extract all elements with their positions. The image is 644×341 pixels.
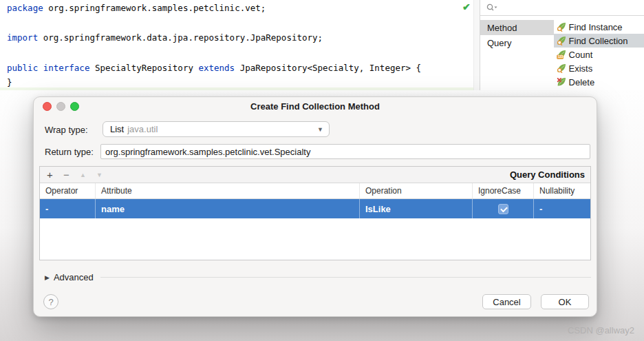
column-header-attribute[interactable]: Attribute <box>96 183 360 198</box>
wrap-type-package-hint: java.util <box>127 124 158 134</box>
return-type-label: Return type: <box>45 147 94 157</box>
wrap-type-label: Wrap type: <box>45 125 88 135</box>
generate-popup-menu: Method Query Find Instance <box>480 0 644 90</box>
code-line-package: package org.springframework.samples.petc… <box>7 3 266 13</box>
inspection-ok-icon: ✔ <box>462 1 471 12</box>
menu-item-find-instance[interactable]: Find Instance <box>554 20 644 34</box>
popup-body: Method Query Find Instance <box>480 16 644 89</box>
cancel-button[interactable]: Cancel <box>482 294 531 309</box>
code-line-interface: public interface SpecialtyRepository ext… <box>7 63 421 73</box>
menu-item-label: Exists <box>569 63 593 74</box>
popup-category-list: Method Query <box>480 20 554 89</box>
move-up-button[interactable]: ▲ <box>80 172 96 178</box>
keyword-extends: extends <box>198 63 235 73</box>
package-name: org.springframework.samples.petclinic.ve… <box>43 3 266 13</box>
menu-item-label: Delete <box>569 77 595 87</box>
wrap-type-combobox[interactable]: List java.util ▼ <box>103 121 330 137</box>
add-row-button[interactable]: + <box>47 169 63 180</box>
menu-item-exists[interactable]: Exists <box>554 61 644 75</box>
interface-name: SpecialtyRepository <box>89 63 198 73</box>
wrap-type-value: List <box>110 124 124 134</box>
cell-attribute[interactable]: name <box>96 199 360 218</box>
menu-item-find-collection[interactable]: Find Collection <box>554 34 644 48</box>
popup-item-list: Find Instance Find Collection <box>554 20 644 89</box>
column-header-ignorecase[interactable]: IgnoreCase <box>473 183 534 198</box>
help-button[interactable]: ? <box>43 294 58 309</box>
column-header-operator[interactable]: Operator <box>40 183 96 198</box>
table-row-selected[interactable]: - name IsLike - <box>40 199 590 218</box>
query-conditions-panel: + − ▲ ▼ Query Conditions Operator Attrib… <box>39 166 591 260</box>
remove-row-button[interactable]: − <box>63 169 80 180</box>
panel-title: Query Conditions <box>510 169 585 180</box>
menu-item-label: Find Instance <box>569 22 623 32</box>
screen: package org.springframework.samples.petc… <box>0 0 644 341</box>
advanced-label: Advanced <box>54 272 94 282</box>
menu-item-label: Find Collection <box>569 36 628 46</box>
dialog-title: Create Find Collection Method <box>34 101 597 112</box>
keyword-package: package <box>7 3 43 13</box>
svg-text:123: 123 <box>557 55 563 59</box>
watermark: CSDN @allway2 <box>568 325 634 335</box>
leaf-delete-icon <box>557 77 566 87</box>
chevron-down-icon: ▼ <box>317 126 323 133</box>
category-method-label: Method <box>487 23 517 33</box>
cell-nullability[interactable]: - <box>534 199 590 218</box>
menu-item-delete[interactable]: Delete <box>554 75 644 89</box>
cell-operator[interactable]: - <box>40 199 96 218</box>
cell-ignorecase[interactable] <box>473 199 534 218</box>
column-header-operation[interactable]: Operation <box>360 183 473 198</box>
advanced-section[interactable]: ▶ Advanced <box>45 272 591 282</box>
category-method[interactable]: Method <box>480 20 554 35</box>
category-query-label: Query <box>487 38 511 48</box>
menu-item-label: Count <box>569 50 593 60</box>
supertype-name: JpaRepository<Specialty, Integer> { <box>235 63 421 73</box>
table-header-row: Operator Attribute Operation IgnoreCase … <box>40 183 590 199</box>
table-toolbar: + − ▲ ▼ Query Conditions <box>40 167 590 183</box>
return-type-value: org.springframework.samples.petclinic.ve… <box>105 147 310 157</box>
return-type-input[interactable]: org.springframework.samples.petclinic.ve… <box>100 144 590 159</box>
column-header-nullability[interactable]: Nullability <box>534 183 590 198</box>
create-find-collection-method-dialog: Create Find Collection Method Wrap type:… <box>33 96 597 317</box>
code-line-import: import org.springframework.data.jpa.repo… <box>7 32 323 43</box>
leaf-search-icon <box>557 36 566 45</box>
expand-arrow-icon: ▶ <box>45 274 50 281</box>
section-divider <box>100 277 591 278</box>
category-query[interactable]: Query <box>480 35 554 50</box>
menu-item-count[interactable]: 123 Count <box>554 48 644 61</box>
code-line-closing-brace: } <box>7 77 12 87</box>
import-name: org.springframework.data.jpa.repository.… <box>38 32 323 43</box>
popup-search-field[interactable] <box>480 0 644 16</box>
keyword-public-interface: public interface <box>7 63 89 73</box>
leaf-count-icon: 123 <box>557 50 566 59</box>
cell-operation[interactable]: IsLike <box>360 199 473 218</box>
ignorecase-checkbox[interactable] <box>498 204 508 214</box>
leaf-search-icon <box>557 63 566 73</box>
editor-scrollbar[interactable] <box>473 0 480 96</box>
keyword-import: import <box>7 32 38 43</box>
closing-brace: } <box>7 77 12 87</box>
move-down-button[interactable]: ▼ <box>96 172 113 178</box>
ok-button[interactable]: OK <box>541 294 589 309</box>
leaf-search-icon <box>557 22 566 32</box>
help-icon: ? <box>48 297 53 307</box>
code-editor[interactable]: package org.springframework.samples.petc… <box>0 0 480 96</box>
search-icon <box>486 3 498 12</box>
